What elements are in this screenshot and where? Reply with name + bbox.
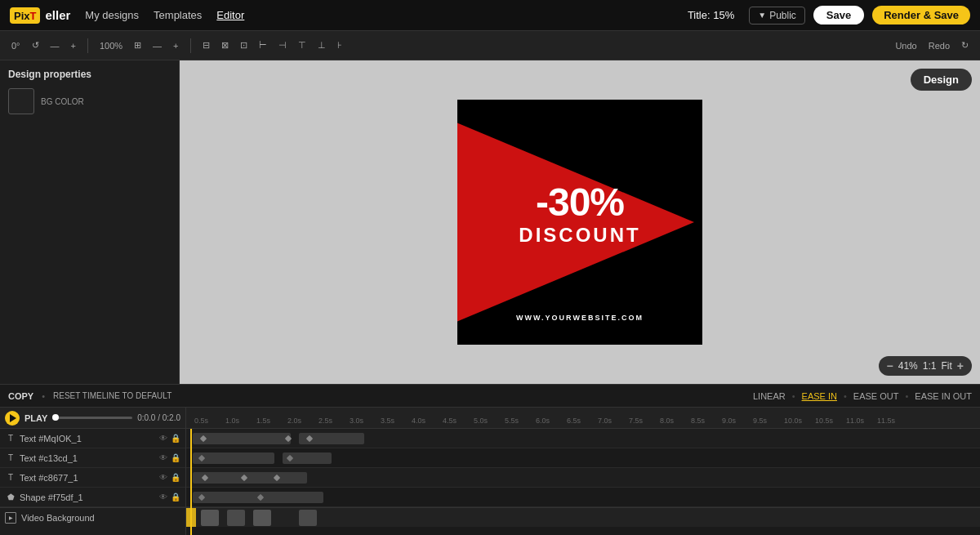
keyframe-0c[interactable] bbox=[306, 435, 313, 441]
toolbar-grid-icon[interactable]: ⊞ bbox=[131, 38, 145, 52]
ruler-50: 5.0s bbox=[474, 417, 505, 425]
layer-lock-0[interactable]: 🔒 bbox=[171, 434, 180, 443]
ease-in-out[interactable]: EASE IN OUT bbox=[915, 391, 972, 401]
nav-mydesigns[interactable]: My designs bbox=[85, 9, 139, 21]
layer-name-2: Text #c8677_1 bbox=[20, 473, 156, 483]
timeline-layers: PLAY 0:0.0 / 0:2.0 T Text #MqIOK_1 👁 🔒 T… bbox=[0, 408, 186, 535]
ruler-05: 0.5s bbox=[194, 417, 225, 425]
keyframe-2a[interactable] bbox=[202, 474, 208, 480]
toolbar-rotate[interactable]: 0° bbox=[8, 39, 24, 52]
design-button[interactable]: Design bbox=[911, 69, 972, 91]
layer-eye-1[interactable]: 👁 bbox=[159, 453, 167, 462]
main-area: Design properties BG COLOR Design -30% D… bbox=[0, 60, 980, 384]
video-thumb-2 bbox=[227, 510, 245, 526]
top-nav: PixT eller My designs Templates Editor T… bbox=[0, 0, 980, 31]
panel-title: Design properties bbox=[8, 69, 171, 80]
toolbar-zoom[interactable]: 100% bbox=[96, 39, 126, 52]
layer-eye-3[interactable]: 👁 bbox=[159, 493, 167, 502]
layer-name-0: Text #MqIOK_1 bbox=[20, 434, 156, 444]
ruler-65: 6.5s bbox=[567, 417, 598, 425]
toolbar-undo-icon[interactable]: ↺ bbox=[29, 38, 42, 52]
reset-label[interactable]: RESET TIMELINE TO DEFAULT bbox=[53, 391, 172, 400]
keyframe-0a[interactable] bbox=[200, 435, 207, 441]
zoom-value: 41% bbox=[898, 360, 918, 372]
toolbar-redo-icon[interactable]: ↻ bbox=[958, 38, 972, 52]
layer-row-3[interactable]: ⬟ Shape #f75df_1 👁 🔒 bbox=[0, 488, 185, 507]
ease-in[interactable]: EASE IN bbox=[802, 391, 837, 401]
play-button[interactable] bbox=[5, 411, 20, 426]
video-layer-row[interactable]: ▶ Video Background bbox=[0, 507, 185, 527]
zoom-fit-button[interactable]: Fit bbox=[941, 360, 951, 372]
toolbar-icon7[interactable]: ⊥ bbox=[314, 38, 329, 52]
ruler-105: 10.5s bbox=[815, 417, 846, 425]
logo[interactable]: PixT eller bbox=[10, 7, 70, 24]
toolbar-icon4[interactable]: ⊢ bbox=[256, 38, 270, 52]
layer-row-0[interactable]: T Text #MqIOK_1 👁 🔒 bbox=[0, 429, 185, 448]
track-bar-2[interactable] bbox=[193, 472, 307, 484]
layer-row-1[interactable]: T Text #c13cd_1 👁 🔒 bbox=[0, 448, 185, 468]
toolbar-icon1[interactable]: ⊟ bbox=[199, 38, 213, 52]
text-icon-1: T bbox=[5, 453, 16, 464]
toolbar-increment[interactable]: + bbox=[68, 39, 79, 52]
keyframe-3a[interactable] bbox=[198, 493, 205, 500]
toolbar-undo[interactable]: Undo bbox=[892, 39, 920, 52]
text-icon-2: T bbox=[5, 472, 16, 484]
toolbar-icon6[interactable]: ⊤ bbox=[295, 38, 310, 52]
toolbar-icon5[interactable]: ⊣ bbox=[275, 38, 290, 52]
toolbar-plus2[interactable]: + bbox=[170, 39, 181, 52]
nav-templates[interactable]: Templates bbox=[154, 9, 202, 21]
zoom-bar: − 41% 1:1 Fit + bbox=[879, 356, 972, 376]
logo-icon: PixT bbox=[10, 7, 40, 24]
keyframe-1b[interactable] bbox=[287, 454, 293, 461]
timeline-tracks: 0.5s 1.0s 1.5s 2.0s 2.5s 3.0s 3.5s 4.0s … bbox=[186, 408, 980, 535]
timeline-ruler: 0.5s 1.0s 1.5s 2.0s 2.5s 3.0s 3.5s 4.0s … bbox=[186, 408, 980, 429]
toolbar-icon2[interactable]: ⊠ bbox=[218, 38, 232, 52]
ruler-85: 8.5s bbox=[691, 417, 722, 425]
logo-text: eller bbox=[45, 8, 70, 22]
ruler-80: 8.0s bbox=[660, 417, 691, 425]
track-bar-1[interactable] bbox=[193, 453, 274, 464]
copy-label[interactable]: COPY bbox=[8, 391, 33, 401]
toolbar-redo[interactable]: Redo bbox=[925, 39, 953, 52]
toolbar-align-left[interactable]: — bbox=[149, 39, 165, 52]
ruler-20: 2.0s bbox=[287, 417, 318, 425]
bg-color-label: BG COLOR bbox=[41, 97, 84, 106]
ease-out[interactable]: EASE OUT bbox=[853, 391, 899, 401]
layer-lock-3[interactable]: 🔒 bbox=[171, 493, 180, 502]
toolbar-icon8[interactable]: ⊦ bbox=[334, 38, 345, 52]
ruler-15: 1.5s bbox=[256, 417, 287, 425]
ease-linear[interactable]: LINEAR bbox=[753, 391, 786, 401]
public-button[interactable]: ▼ Public bbox=[749, 7, 805, 25]
keyframe-3b[interactable] bbox=[257, 493, 264, 500]
track-bar-0[interactable] bbox=[193, 433, 291, 444]
ruler-75: 7.5s bbox=[629, 417, 660, 425]
layer-lock-1[interactable]: 🔒 bbox=[171, 453, 180, 462]
keyframe-1a[interactable] bbox=[198, 454, 205, 461]
video-track bbox=[186, 507, 980, 527]
layer-eye-0[interactable]: 👁 bbox=[159, 434, 167, 443]
layer-eye-2[interactable]: 👁 bbox=[159, 473, 167, 482]
nav-editor[interactable]: Editor bbox=[216, 9, 244, 21]
toolbar-decrement[interactable]: — bbox=[47, 39, 63, 52]
track-bar-1b[interactable] bbox=[283, 453, 332, 464]
canvas-label-text: DISCOUNT bbox=[519, 224, 640, 247]
ruler-40: 4.0s bbox=[412, 417, 443, 425]
timeline-scrubber[interactable] bbox=[52, 417, 132, 419]
ruler-35: 3.5s bbox=[381, 417, 412, 425]
ruler-25: 2.5s bbox=[318, 417, 350, 425]
keyframe-0b[interactable] bbox=[285, 435, 292, 441]
zoom-minus-button[interactable]: − bbox=[887, 359, 893, 372]
zoom-plus-button[interactable]: + bbox=[957, 359, 964, 372]
save-button[interactable]: Save bbox=[813, 6, 864, 25]
render-button[interactable]: Render & Save bbox=[872, 6, 970, 25]
layer-lock-2[interactable]: 🔒 bbox=[171, 473, 180, 482]
keyframe-2b[interactable] bbox=[241, 474, 247, 480]
track-bar-3[interactable] bbox=[193, 492, 323, 503]
toolbar-icon3[interactable]: ⊡ bbox=[237, 38, 251, 52]
keyframe-2c[interactable] bbox=[274, 474, 280, 480]
ruler-45: 4.5s bbox=[443, 417, 474, 425]
layer-row-2[interactable]: T Text #c8677_1 👁 🔒 bbox=[0, 468, 185, 488]
bg-color-swatch[interactable] bbox=[8, 88, 34, 114]
track-bar-0b[interactable] bbox=[299, 433, 364, 444]
playhead[interactable] bbox=[190, 429, 192, 535]
